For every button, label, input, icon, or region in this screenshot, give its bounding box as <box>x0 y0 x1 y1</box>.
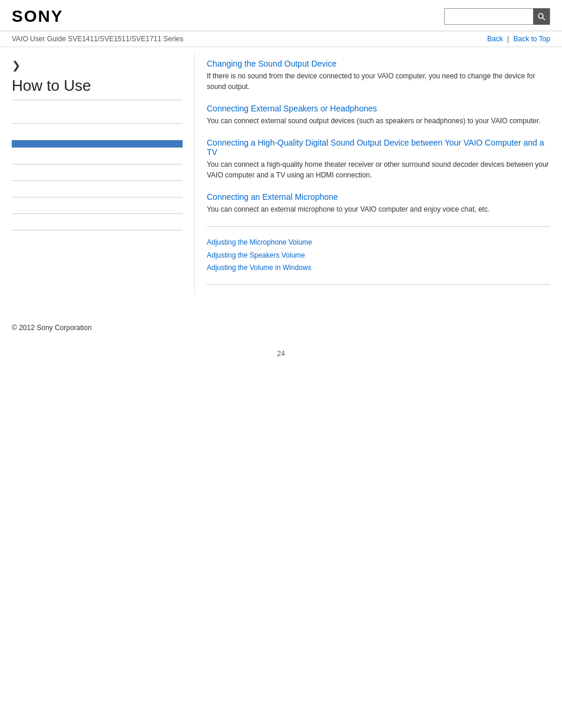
back-link[interactable]: Back <box>487 35 503 43</box>
sidebar-item-1[interactable] <box>12 107 183 124</box>
search-button[interactable] <box>533 8 550 25</box>
sidebar-item-2[interactable] <box>12 124 183 140</box>
back-to-top-link[interactable]: Back to Top <box>514 35 550 43</box>
section-2-desc: You can connect external sound output de… <box>207 116 550 126</box>
section-3: Connecting a High-Quality Digital Sound … <box>207 138 550 180</box>
search-icon <box>537 12 546 21</box>
section-4-desc: You can connect an external microphone t… <box>207 204 550 215</box>
page-number: 24 <box>0 350 562 370</box>
search-input[interactable] <box>445 9 533 24</box>
sidebar-item-6[interactable] <box>12 181 183 197</box>
sub-link-speakers[interactable]: Adjusting the Speakers Volume <box>207 249 550 262</box>
content-divider-bottom <box>207 284 550 285</box>
section-4: Connecting an External Microphone You ca… <box>207 192 550 215</box>
sidebar-arrow: ❯ <box>12 59 183 72</box>
sidebar-item-8[interactable] <box>12 214 183 230</box>
section-2-title-link[interactable]: Connecting External Speakers or Headphon… <box>207 104 550 113</box>
sidebar-item-5[interactable] <box>12 164 183 181</box>
section-3-title-link[interactable]: Connecting a High-Quality Digital Sound … <box>207 138 550 157</box>
section-1-desc: If there is no sound from the device con… <box>207 71 550 92</box>
content-area: Changing the Sound Output Device If ther… <box>194 53 550 294</box>
main-container: ❯ How to Use Changing the Sound Output D… <box>0 53 562 294</box>
nav-separator: | <box>507 35 509 43</box>
svg-point-0 <box>538 14 543 18</box>
footer: © 2012 Sony Corporation <box>0 312 562 338</box>
sidebar-item-active[interactable] <box>12 140 183 148</box>
copyright: © 2012 Sony Corporation <box>12 324 92 332</box>
section-4-title-link[interactable]: Connecting an External Microphone <box>207 192 550 202</box>
search-box <box>444 8 550 25</box>
content-divider <box>207 226 550 227</box>
nav-bar: VAIO User Guide SVE1411/SVE1511/SVE1711 … <box>0 31 562 47</box>
sub-link-volume-windows[interactable]: Adjusting the Volume in Windows <box>207 262 550 275</box>
header: SONY <box>0 0 562 31</box>
sub-links: Adjusting the Microphone Volume Adjustin… <box>207 236 550 275</box>
sony-logo: SONY <box>12 7 63 26</box>
sidebar-item-4[interactable] <box>12 148 183 164</box>
sidebar-title: How to Use <box>12 77 183 100</box>
svg-line-1 <box>543 18 545 20</box>
section-2: Connecting External Speakers or Headphon… <box>207 104 550 126</box>
nav-links: Back | Back to Top <box>487 35 550 43</box>
section-1-title-link[interactable]: Changing the Sound Output Device <box>207 59 550 68</box>
sub-link-microphone[interactable]: Adjusting the Microphone Volume <box>207 236 550 249</box>
sidebar: ❯ How to Use <box>12 53 194 294</box>
guide-title: VAIO User Guide SVE1411/SVE1511/SVE1711 … <box>12 35 183 43</box>
section-3-desc: You can connect a high-quality home thea… <box>207 159 550 180</box>
section-1: Changing the Sound Output Device If ther… <box>207 59 550 92</box>
sidebar-item-7[interactable] <box>12 197 183 214</box>
